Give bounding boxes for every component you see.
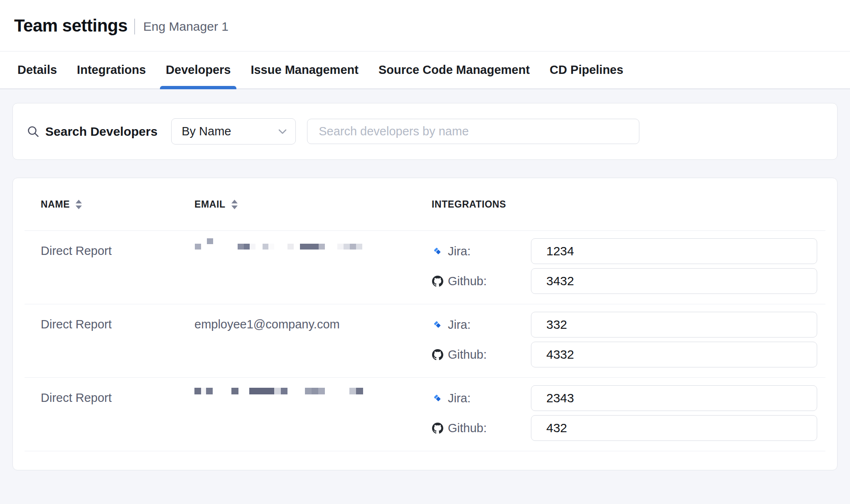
filter-selected-value: By Name: [182, 125, 231, 138]
table-row: Direct Report employee1@company.com Jira…: [25, 304, 825, 378]
jira-field: Jira:: [432, 312, 817, 338]
github-label: Github:: [448, 348, 487, 362]
table-header-row: NAME EMAIL INTEGRATIONS: [25, 178, 825, 231]
title-separator: [134, 19, 135, 34]
github-id-input[interactable]: [531, 342, 817, 367]
tab-integrations[interactable]: Integrations: [71, 51, 152, 88]
jira-id-input[interactable]: [531, 238, 817, 264]
search-filter-select[interactable]: By Name: [171, 118, 296, 144]
jira-label: Jira:: [448, 245, 471, 258]
github-icon: [432, 276, 443, 287]
jira-id-input[interactable]: [531, 385, 817, 411]
jira-field: Jira:: [432, 385, 817, 411]
jira-icon: [432, 320, 443, 330]
developer-name: Direct Report: [41, 378, 194, 451]
github-id-input[interactable]: [531, 268, 817, 294]
tab-developers[interactable]: Developers: [160, 51, 236, 88]
redacted-email: [194, 238, 369, 252]
table-row: Direct Report Jira:: [25, 378, 825, 451]
jira-icon: [432, 246, 443, 256]
jira-field: Jira:: [432, 238, 817, 264]
tab-details[interactable]: Details: [12, 51, 63, 88]
search-input[interactable]: [307, 119, 639, 144]
github-icon: [432, 423, 443, 434]
column-header-integrations: INTEGRATIONS: [432, 199, 825, 210]
tab-bar: Details Integrations Developers Issue Ma…: [0, 51, 850, 89]
team-name: Eng Manager 1: [143, 20, 228, 34]
github-icon: [432, 349, 443, 360]
search-card: Search Developers By Name: [12, 103, 838, 160]
page-title: Team settings: [14, 16, 128, 36]
github-field: Github:: [432, 342, 817, 367]
github-id-input[interactable]: [531, 415, 817, 441]
search-icon: [27, 125, 39, 138]
column-header-email[interactable]: EMAIL: [194, 199, 432, 210]
developers-table: NAME EMAIL INTEGRATIONS Direct Report: [12, 178, 838, 470]
main-content: Search Developers By Name NAME EMAIL: [0, 89, 850, 470]
developer-name: Direct Report: [41, 304, 194, 377]
chevron-down-icon: [278, 129, 287, 135]
github-field: Github:: [432, 268, 817, 294]
tab-issue-management[interactable]: Issue Management: [245, 51, 364, 88]
jira-icon: [432, 393, 443, 403]
jira-label: Jira:: [448, 318, 471, 332]
tab-source-code-management[interactable]: Source Code Management: [373, 51, 536, 88]
tab-cd-pipelines[interactable]: CD Pipelines: [544, 51, 629, 88]
column-header-name[interactable]: NAME: [41, 199, 194, 210]
jira-label: Jira:: [448, 391, 471, 405]
github-field: Github:: [432, 415, 817, 441]
github-label: Github:: [448, 421, 487, 435]
sort-icon[interactable]: [231, 200, 238, 209]
sort-icon[interactable]: [76, 200, 82, 209]
search-developers-label: Search Developers: [45, 125, 157, 139]
github-label: Github:: [448, 274, 487, 288]
developer-name: Direct Report: [41, 231, 194, 304]
page-header: Team settings Eng Manager 1: [0, 0, 850, 51]
developer-email: employee1@company.com: [194, 304, 432, 377]
table-row: Direct Report Jira:: [25, 231, 825, 304]
jira-id-input[interactable]: [531, 312, 817, 338]
redacted-email: [194, 385, 369, 399]
